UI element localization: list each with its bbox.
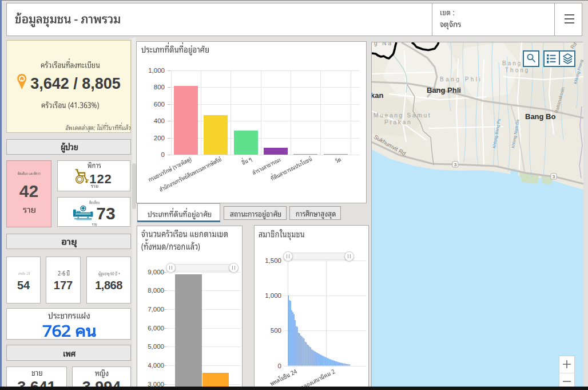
svg-text:Bang Phli: Bang Phli: [427, 86, 461, 94]
svg-text:Bang: Bang: [502, 60, 522, 66]
svg-text:Thong: Thong: [505, 67, 530, 73]
svg-text:g Na: g Na: [374, 42, 393, 46]
svg-text:Prakan: Prakan: [384, 119, 412, 125]
svg-text:kan: kan: [372, 91, 383, 100]
svg-text:Bang Bo: Bang Bo: [525, 112, 556, 121]
svg-text:Mueang Samut: Mueang Samut: [374, 112, 431, 119]
svg-text:3: 3: [553, 174, 555, 179]
svg-text:3: 3: [454, 162, 457, 167]
svg-text:Bang Phli: Bang Phli: [440, 76, 482, 82]
